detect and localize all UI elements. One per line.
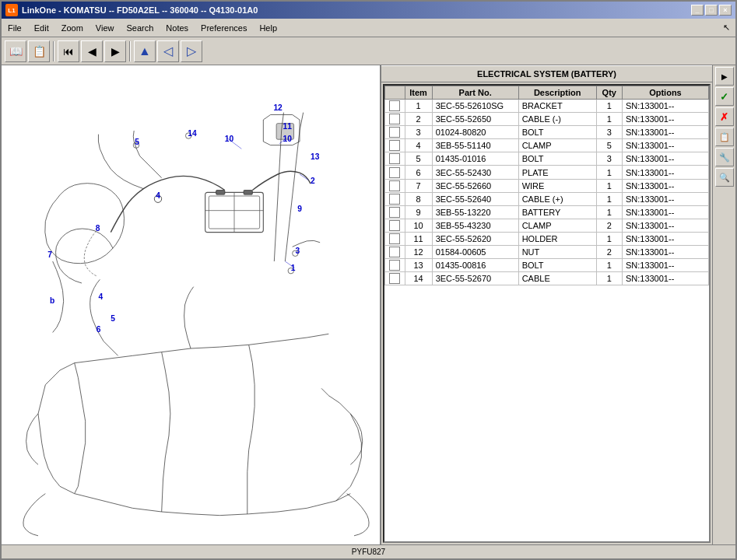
row-check[interactable]: [385, 100, 405, 113]
svg-line-32: [227, 138, 242, 149]
row-item: 5: [405, 152, 432, 166]
maximize-button[interactable]: □: [705, 5, 718, 16]
table-row[interactable]: 2 3EC-55-52650 CABLE (-) 1 SN:133001--: [385, 113, 709, 126]
row-item: 8: [405, 192, 432, 205]
table-row[interactable]: 9 3EB-55-13220 BATTERY 1 SN:133001--: [385, 205, 709, 219]
table-row[interactable]: 1 3EC-55-52610SG BRACKET 1 SN:133001--: [385, 100, 709, 113]
col-check: [385, 86, 405, 100]
table-row[interactable]: 14 3EC-55-52670 CABLE 1 SN:133001--: [385, 272, 709, 285]
row-desc: HOLDER: [518, 232, 596, 245]
parts-header: ELECTRICAL SYSTEM (BATTERY): [381, 65, 712, 82]
col-desc: Description: [518, 86, 596, 100]
table-row[interactable]: 10 3EB-55-43230 CLAMP 2 SN:133001--: [385, 219, 709, 232]
row-qty: 3: [596, 126, 622, 139]
row-part: 3EC-55-52660: [432, 179, 518, 192]
menu-edit[interactable]: Edit: [28, 22, 55, 34]
row-options: SN:133001--: [622, 152, 708, 166]
row-check[interactable]: [385, 205, 405, 219]
svg-text:2: 2: [311, 177, 315, 185]
zoom-button[interactable]: 🔍: [715, 168, 734, 187]
row-item: 10: [405, 219, 432, 232]
main-window: L1 LinkOne - KOMATSU -- FD50A2EL -- 3600…: [0, 0, 737, 560]
svg-text:4: 4: [156, 191, 160, 200]
row-check[interactable]: [385, 246, 405, 259]
row-check[interactable]: [385, 192, 405, 205]
row-check[interactable]: [385, 139, 405, 152]
wrench-button[interactable]: 🔧: [715, 148, 734, 166]
row-desc: BOLT: [518, 152, 596, 166]
nav-prev-button[interactable]: ◀: [81, 40, 103, 62]
check-button[interactable]: ✓: [715, 87, 734, 106]
row-check[interactable]: [385, 179, 405, 192]
close-button[interactable]: ×: [719, 5, 732, 16]
row-part: 01435-01016: [432, 152, 518, 166]
row-qty: 1: [596, 272, 622, 285]
list-view-button[interactable]: 📋: [28, 40, 50, 62]
menu-notes[interactable]: Notes: [160, 22, 195, 34]
pointer-tool[interactable]: ↖: [717, 19, 735, 37]
table-row[interactable]: 7 3EC-55-52660 WIRE 1 SN:133001--: [385, 179, 709, 192]
table-row[interactable]: 8 3EC-55-52640 CABLE (+) 1 SN:133001--: [385, 192, 709, 205]
toolbar: 📖 📋 ⏮ ◀ ▶ ▲ ◁ ▷: [2, 37, 735, 65]
svg-text:3: 3: [295, 247, 300, 255]
notes-button[interactable]: 📋: [715, 128, 734, 146]
menu-help[interactable]: Help: [253, 22, 283, 34]
table-row[interactable]: 11 3EC-55-52620 HOLDER 1 SN:133001--: [385, 232, 709, 245]
svg-text:12: 12: [273, 103, 283, 112]
row-qty: 3: [596, 152, 622, 166]
table-row[interactable]: 12 01584-00605 NUT 2 SN:133001--: [385, 246, 709, 259]
parts-table-wrapper[interactable]: Item Part No. Description Qty Options 1 …: [383, 84, 711, 543]
row-check[interactable]: [385, 126, 405, 139]
svg-text:13: 13: [311, 152, 320, 161]
row-check[interactable]: [385, 152, 405, 166]
nav-right-button[interactable]: ▶: [715, 67, 734, 86]
nav-next-button[interactable]: ▶: [104, 40, 126, 62]
toolbar-separator-1: [53, 41, 54, 61]
menu-view[interactable]: View: [89, 22, 121, 34]
row-check[interactable]: [385, 272, 405, 285]
row-qty: 1: [596, 166, 622, 179]
svg-text:1: 1: [291, 264, 296, 272]
row-options: SN:133001--: [622, 219, 708, 232]
table-row[interactable]: 13 01435-00816 BOLT 1 SN:133001--: [385, 259, 709, 272]
row-check[interactable]: [385, 259, 405, 272]
menu-zoom[interactable]: Zoom: [55, 22, 89, 34]
menu-search[interactable]: Search: [120, 22, 160, 34]
row-options: SN:133001--: [622, 259, 708, 272]
row-part: 01024-80820: [432, 126, 518, 139]
table-row[interactable]: 4 3EB-55-51140 CLAMP 5 SN:133001--: [385, 139, 709, 152]
svg-text:10: 10: [283, 135, 293, 143]
row-options: SN:133001--: [622, 179, 708, 192]
row-item: 3: [405, 126, 432, 139]
svg-text:14: 14: [188, 129, 197, 138]
nav-back-button[interactable]: ◁: [157, 40, 179, 62]
row-options: SN:133001--: [622, 246, 708, 259]
row-item: 14: [405, 272, 432, 285]
row-part: 3EB-55-43230: [432, 219, 518, 232]
table-row[interactable]: 5 01435-01016 BOLT 3 SN:133001--: [385, 152, 709, 166]
nav-forward-button[interactable]: ▷: [181, 40, 202, 62]
row-check[interactable]: [385, 219, 405, 232]
status-text: PYFU827: [352, 548, 385, 556]
row-check[interactable]: [385, 166, 405, 179]
row-check[interactable]: [385, 113, 405, 126]
minimize-button[interactable]: _: [691, 5, 704, 16]
row-check[interactable]: [385, 232, 405, 245]
row-qty: 1: [596, 179, 622, 192]
menu-preferences[interactable]: Preferences: [195, 22, 253, 34]
nav-first-button[interactable]: ⏮: [58, 40, 79, 62]
row-item: 12: [405, 246, 432, 259]
table-row[interactable]: 3 01024-80820 BOLT 3 SN:133001--: [385, 126, 709, 139]
row-part: 3EC-55-52640: [432, 192, 518, 205]
book-view-button[interactable]: 📖: [5, 40, 26, 62]
row-part: 3EC-55-52650: [432, 113, 518, 126]
nav-up-button[interactable]: ▲: [134, 40, 156, 62]
row-desc: CABLE: [518, 272, 596, 285]
menu-file[interactable]: File: [2, 22, 28, 34]
main-content: 1 2 3 4 5 14 10 10 11 12 13 9 8 7 b 4 5: [2, 65, 735, 544]
row-qty: 1: [596, 232, 622, 245]
row-item: 7: [405, 179, 432, 192]
cross-button[interactable]: ✗: [715, 107, 734, 126]
table-row[interactable]: 6 3EC-55-52430 PLATE 1 SN:133001--: [385, 166, 709, 179]
row-qty: 1: [596, 205, 622, 219]
